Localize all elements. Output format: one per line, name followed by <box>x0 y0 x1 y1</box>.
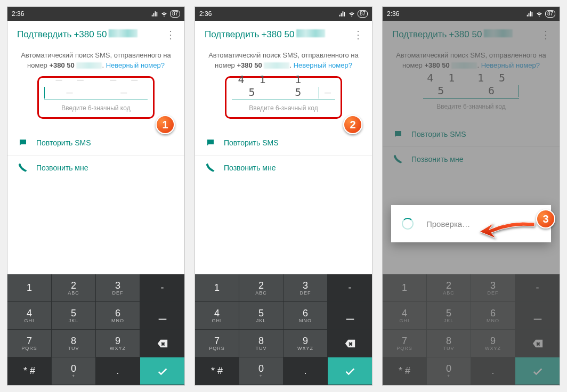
instruction-phone: +380 50 <box>237 61 262 69</box>
key-__[interactable] <box>140 302 184 330</box>
key-4[interactable]: 4GHI <box>7 302 52 330</box>
code-hint: Введите 6-значный код <box>44 104 148 112</box>
signal-icon <box>338 10 346 18</box>
key-backspace[interactable] <box>515 330 560 357</box>
key-3[interactable]: 3DEF <box>471 274 515 302</box>
instructions: Автоматический поиск SMS, отправленного … <box>7 46 184 71</box>
wrong-number-link[interactable]: Неверный номер? <box>481 61 540 69</box>
key-5[interactable]: 5JKL <box>427 302 471 330</box>
key-7[interactable]: 7PQRS <box>7 330 52 357</box>
actions-list: Повторить SMS Позвонить мне <box>383 122 560 172</box>
key-.[interactable]: . <box>96 357 140 385</box>
code-input[interactable]: – – – – – – <box>44 82 148 100</box>
key-*#[interactable]: * # <box>195 357 239 385</box>
key-4[interactable]: 4GHI <box>195 302 239 330</box>
key-2[interactable]: 2ABC <box>52 274 96 302</box>
key-1[interactable]: 1 <box>7 274 52 302</box>
key-check[interactable] <box>140 357 184 385</box>
code-input-wrap[interactable]: 4 1 5 1 5 – Введите 6-значный код <box>232 82 335 112</box>
wifi-icon <box>348 10 355 18</box>
key-2[interactable]: 2ABC <box>427 274 471 302</box>
code-input[interactable]: 4 1 5 1 5 6 <box>423 80 519 99</box>
more-icon[interactable]: ⋮ <box>163 28 178 41</box>
code-input[interactable]: 4 1 5 1 5 – <box>232 82 335 100</box>
key-8[interactable]: 8TUV <box>239 330 284 357</box>
key-5[interactable]: 5JKL <box>239 302 284 330</box>
resend-sms-row[interactable]: Повторить SMS <box>7 130 184 156</box>
instruction-line-2: номер <box>27 61 47 69</box>
status-icons: 87 <box>526 10 555 18</box>
key-8[interactable]: 8TUV <box>427 330 471 357</box>
key-*#[interactable]: * # <box>7 357 52 385</box>
redacted-number <box>484 29 513 37</box>
key-6[interactable]: 6MNO <box>471 302 515 330</box>
call-me-row[interactable]: Позвонить мне <box>195 156 372 180</box>
battery-icon: 87 <box>170 10 180 18</box>
call-me-row[interactable]: Позвонить мне <box>7 156 184 180</box>
header-title: Подтвердить <box>392 29 447 40</box>
step-badge-3: 3 <box>536 209 555 228</box>
call-me-label: Позвонить мне <box>411 155 463 164</box>
code-group-1: 4 1 5 <box>232 73 276 99</box>
numeric-keyboard[interactable]: 12ABC3DEF-4GHI5JKL6MNO7PQRS8TUV9WXYZ* #0… <box>383 274 560 385</box>
wrong-number-link[interactable]: Неверный номер? <box>294 61 352 69</box>
key-9[interactable]: 9WXYZ <box>284 330 328 357</box>
header-title: Подтвердить <box>205 29 259 40</box>
key--[interactable]: - <box>328 274 372 302</box>
key-6[interactable]: 6MNO <box>284 302 328 330</box>
key-1[interactable]: 1 <box>383 274 427 302</box>
key-backspace[interactable] <box>328 330 372 357</box>
key-.[interactable]: . <box>471 357 515 385</box>
code-input-wrap[interactable]: – – – – – – Введите 6-значный код <box>44 82 148 112</box>
key--[interactable]: - <box>140 274 184 302</box>
code-group-2: 1 5 <box>287 73 313 99</box>
arrow-icon <box>479 220 537 243</box>
key-5[interactable]: 5JKL <box>52 302 96 330</box>
sms-icon <box>393 129 403 139</box>
key-check[interactable] <box>515 357 560 385</box>
key-8[interactable]: 8TUV <box>52 330 96 357</box>
key-0[interactable]: 0+ <box>52 357 96 385</box>
numeric-keyboard[interactable]: 12ABC3DEF-4GHI5JKL6MNO7PQRS8TUV9WXYZ* #0… <box>195 274 372 385</box>
svg-rect-0 <box>158 318 166 320</box>
redacted-number <box>109 29 137 37</box>
key-9[interactable]: 9WXYZ <box>96 330 140 357</box>
more-icon[interactable]: ⋮ <box>538 28 553 41</box>
key-1[interactable]: 1 <box>195 274 239 302</box>
sms-icon <box>206 138 215 148</box>
key-3[interactable]: 3DEF <box>284 274 328 302</box>
key-0[interactable]: 0+ <box>427 357 471 385</box>
key-check[interactable] <box>328 357 372 385</box>
key-7[interactable]: 7PQRS <box>383 330 427 357</box>
instructions: Автоматический поиск SMS, отправленного … <box>383 46 560 71</box>
key-7[interactable]: 7PQRS <box>195 330 239 357</box>
key-__[interactable] <box>515 302 560 330</box>
key-6[interactable]: 6MNO <box>96 302 140 330</box>
key-*#[interactable]: * # <box>383 357 427 385</box>
resend-sms-row[interactable]: Повторить SMS <box>383 122 560 147</box>
resend-sms-row[interactable]: Повторить SMS <box>195 130 372 156</box>
code-hint: Введите 6-значный код <box>423 103 519 110</box>
code-group-2: – – – <box>104 73 148 99</box>
instruction-phone: +380 50 <box>424 61 449 69</box>
key--[interactable]: - <box>515 274 560 302</box>
call-me-row[interactable]: Позвонить мне <box>383 147 560 172</box>
app-header: Подтвердить +380 50 ⋮ <box>7 21 184 46</box>
key-3[interactable]: 3DEF <box>96 274 140 302</box>
status-icons: 87 <box>151 10 180 18</box>
key-.[interactable]: . <box>284 357 328 385</box>
key-2[interactable]: 2ABC <box>239 274 284 302</box>
code-input-wrap[interactable]: 4 1 5 1 5 6 Введите 6-значный код <box>423 80 519 110</box>
key-9[interactable]: 9WXYZ <box>471 330 515 357</box>
verifying-label: Проверка… <box>426 219 470 228</box>
wrong-number-link[interactable]: Неверный номер? <box>106 61 165 69</box>
redacted-number-2 <box>264 62 289 69</box>
more-icon[interactable]: ⋮ <box>351 28 366 41</box>
numeric-keyboard[interactable]: 12ABC3DEF-4GHI5JKL6MNO7PQRS8TUV9WXYZ* #0… <box>7 274 184 385</box>
key-backspace[interactable] <box>140 330 184 357</box>
status-bar: 2:36 87 <box>7 7 184 21</box>
instruction-line-1: Автоматический поиск SMS, отправленного … <box>18 51 174 61</box>
key-4[interactable]: 4GHI <box>383 302 427 330</box>
key-__[interactable] <box>328 302 372 330</box>
key-0[interactable]: 0+ <box>239 357 284 385</box>
